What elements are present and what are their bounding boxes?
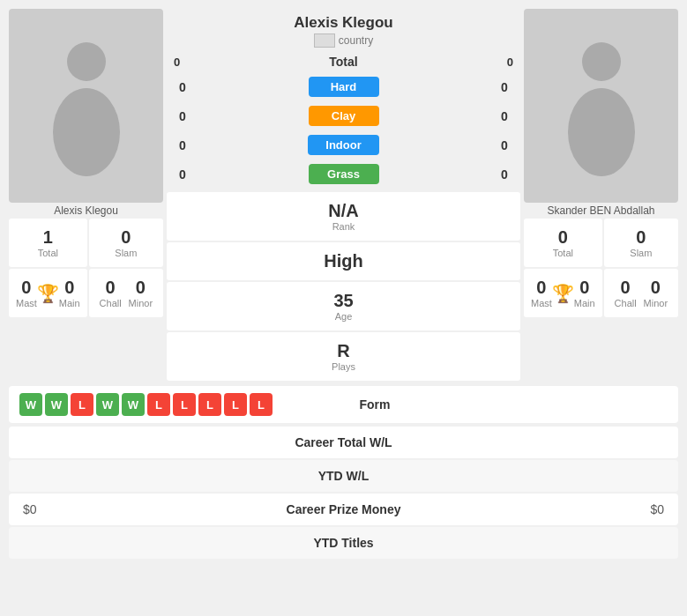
total-row: 0 Total 0 <box>167 51 520 72</box>
hard-left-score: 0 <box>174 80 191 94</box>
right-chall-stat: 0 Chall 0 Minor <box>604 269 678 317</box>
form-badge-8: L <box>198 393 221 416</box>
left-player-section: Alexis Klegou 1 Total 0 Slam 0 Mast 🏆 <box>9 9 163 381</box>
clay-left-score: 0 <box>174 109 191 123</box>
svg-point-3 <box>568 88 635 176</box>
bottom-stats: Career Total W/L YTD W/L $0 Career Prize… <box>9 427 678 559</box>
career-total-wl-row: Career Total W/L <box>9 427 678 458</box>
right-trophy-icon: 🏆 <box>552 283 574 304</box>
indoor-left-score: 0 <box>174 138 191 152</box>
career-prize-label: Career Prize Money <box>287 502 401 516</box>
left-total-stat: 1 Total <box>9 219 87 267</box>
form-badge-7: L <box>173 393 196 416</box>
form-badge-1: W <box>19 393 42 416</box>
form-badge-3: L <box>71 393 93 416</box>
clay-right-score: 0 <box>496 109 513 123</box>
left-plays-card: R Plays <box>167 332 520 381</box>
indoor-right-score: 0 <box>496 138 513 152</box>
form-section: W W L W W L L L L L Form <box>9 386 678 423</box>
surface-row-clay: 0 Clay 0 <box>167 101 520 130</box>
left-prize-value: $0 <box>23 502 37 516</box>
ytd-titles-row: YTD Titles <box>9 527 678 559</box>
indoor-badge: Indoor <box>308 135 378 155</box>
total-left-score: 0 <box>174 56 180 69</box>
form-badge-10: L <box>250 393 273 416</box>
left-age-card: 35 Age <box>167 282 520 330</box>
grass-badge: Grass <box>309 164 379 184</box>
right-player-photo <box>524 9 678 203</box>
main-container: Alexis Klegou 1 Total 0 Slam 0 Mast 🏆 <box>0 0 687 568</box>
form-badge-2: W <box>45 393 68 416</box>
surface-rows: 0 Hard 0 0 Clay 0 0 Indoor 0 <box>167 72 520 189</box>
center-column: Alexis Klegou country 0 Total 0 0 Hard 0 <box>167 9 520 381</box>
right-stats-grid: 0 Total 0 Slam 0 Mast 🏆 0 Main <box>524 219 678 317</box>
right-mast-stat: 0 Mast 🏆 0 Main <box>524 269 602 317</box>
left-country-row: country <box>167 33 520 48</box>
left-flag <box>314 33 335 48</box>
right-slam-stat: 0 Slam <box>604 219 678 267</box>
ytd-wl-row: YTD W/L <box>9 460 678 492</box>
form-badge-5: W <box>122 393 145 416</box>
svg-point-2 <box>582 42 621 81</box>
comparison-area: Alexis Klegou 1 Total 0 Slam 0 Mast 🏆 <box>9 9 678 381</box>
left-mast-stat: 0 Mast 🏆 0 Main <box>9 269 87 317</box>
ytd-wl-label: YTD W/L <box>318 469 370 483</box>
svg-point-0 <box>67 42 106 81</box>
form-badge-6: L <box>147 393 170 416</box>
left-high-card: High <box>167 242 520 280</box>
left-player-name: Alexis Klegou <box>167 9 520 33</box>
hard-badge: Hard <box>309 77 379 97</box>
left-player-photo <box>9 9 163 203</box>
grass-right-score: 0 <box>496 167 513 182</box>
total-label: Total <box>329 55 357 69</box>
surface-row-grass: 0 Grass 0 <box>167 160 520 189</box>
total-right-score: 0 <box>507 56 513 69</box>
career-prize-row: $0 Career Prize Money $0 <box>9 494 678 525</box>
left-slam-stat: 0 Slam <box>89 219 163 267</box>
ytd-titles-label: YTD Titles <box>313 536 373 550</box>
surface-row-indoor: 0 Indoor 0 <box>167 130 520 160</box>
clay-badge: Clay <box>309 106 379 126</box>
right-total-stat: 0 Total <box>524 219 602 267</box>
right-player-name-under: Skander BEN Abdallah <box>524 204 678 217</box>
right-player-section: Skander BEN Abdallah 0 Total 0 Slam 0 Ma… <box>524 9 678 381</box>
left-trophy-icon: 🏆 <box>37 283 59 304</box>
grass-left-score: 0 <box>174 167 191 182</box>
svg-point-1 <box>53 88 120 176</box>
left-detail-cards: N/A Rank High 35 Age R Plays <box>167 192 520 381</box>
form-label: Form <box>280 397 470 412</box>
career-total-wl-label: Career Total W/L <box>295 435 392 449</box>
form-badges: W W L W W L L L L L <box>19 393 273 416</box>
left-rank-card: N/A Rank <box>167 192 520 241</box>
form-badge-9: L <box>224 393 247 416</box>
hard-right-score: 0 <box>496 80 513 94</box>
left-country-label: country <box>339 34 373 47</box>
left-player-name-under: Alexis Klegou <box>9 204 163 217</box>
form-badge-4: W <box>96 393 119 416</box>
left-stats-grid: 1 Total 0 Slam 0 Mast 🏆 0 Main <box>9 219 163 317</box>
right-prize-value: $0 <box>650 502 664 516</box>
left-chall-stat: 0 Chall 0 Minor <box>89 269 163 317</box>
surface-row-hard: 0 Hard 0 <box>167 72 520 101</box>
